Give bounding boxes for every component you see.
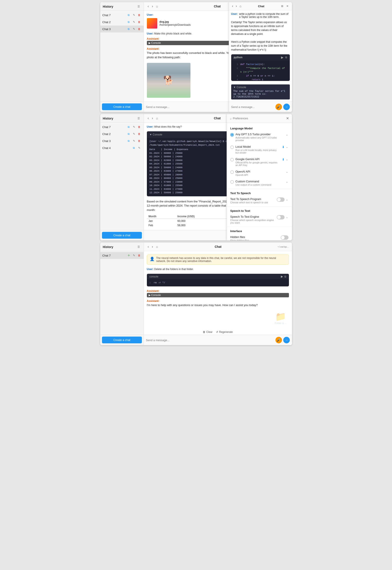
nav-fwd-1[interactable]: › [151,4,154,9]
history-menu-btn-1[interactable]: ☰ [137,4,141,9]
history-item-chat2-1[interactable]: Chat 2 ⧉ ✎ 🗑 [100,18,144,26]
regenerate-btn-3[interactable]: ↺ Regenerate [216,330,233,333]
chevron-custom-cmd[interactable]: ⌄ [285,180,289,184]
chat7-copy-1[interactable]: ⧉ [126,13,131,17]
chat7-delete-2[interactable]: 🗑 [137,125,141,129]
history-item-chat3-1[interactable]: Chat 3 ⧉ ✎ 🗑 [100,26,144,32]
history-menu-btn-3[interactable]: ☰ [137,245,141,249]
history-item-chat7-2[interactable]: Chat 7 ⧉ ✎ 🗑 [100,123,144,130]
chevron-openai[interactable]: ⌄ [285,170,289,174]
pref-item-tts[interactable]: Text To Speech Program Choose which text… [227,196,292,206]
nav-back-3[interactable]: ‹ [147,244,150,249]
toggle-tts[interactable] [277,197,285,202]
chevron-local[interactable]: ⌄ [285,145,289,149]
pref-item-hidden-files[interactable]: Hidden files Show hidden files [227,234,292,240]
download-local[interactable]: ⬇ [282,145,285,149]
chevron-tts[interactable]: ⌄ [285,198,289,202]
pref-item-custom-cmd[interactable]: Custom Command Use output of a custom co… [227,178,292,188]
history-item-chat2-2[interactable]: Chat 2 ⧉ ✎ 🗑 [100,130,144,137]
pref-close-btn[interactable]: ✕ [286,116,289,120]
chevron-stt[interactable]: ⌄ [285,215,289,219]
chat2-delete-1[interactable]: 🗑 [137,20,141,24]
warning-box-3: 👤 The neural network has access to any d… [147,255,289,265]
preferences-panel: ⌕ ✕ Language Model Any GPT 3.5 Turbo pro… [227,114,292,240]
second-nav-fwd[interactable]: › [235,4,238,9]
second-chat-title: Chat [258,5,264,8]
second-nav-back[interactable]: ‹ [231,4,234,9]
console-copy-btn-3[interactable]: ⧉ [284,275,286,278]
message-console-label-3: Assistant: ▶ Console [147,289,289,297]
pref-item-gpt35[interactable]: Any GPT 3.5 Turbo provider Automatically… [227,131,292,143]
history-panel-2: History ☰ Chat 7 ⧉ ✎ 🗑 Chat 2 ⧉ ✎ [100,114,144,240]
chat4-edit-2[interactable]: ✎ [137,146,141,150]
chat2-edit-1[interactable]: ✎ [132,20,136,24]
toggle-stt[interactable] [277,215,285,219]
chat7-delete-1[interactable]: 🗑 [137,13,141,17]
download-gemini[interactable]: ⬇ [282,158,285,161]
pref-right-stt: ⌄ [277,215,289,219]
chat7-label-1: Chat 7 [102,14,126,17]
chevron-gemini[interactable]: ⌄ [285,157,289,161]
code-copy-btn[interactable]: ⧉ [285,56,287,59]
toggle-hidden-files[interactable] [281,235,289,240]
second-chat-body: User: write a python code to compute the… [229,10,292,102]
chat3-copy-2[interactable]: ⧉ [126,139,131,143]
chat2-edit-2[interactable]: ✎ [132,132,136,136]
pref-search-input[interactable] [233,117,286,120]
pref-item-gemini[interactable]: Google Gemini API Official APIs for goog… [227,156,292,168]
history-header-3: History ☰ [100,242,144,251]
chat7-edit-2[interactable]: ✎ [132,125,136,129]
history-item-chat4-2[interactable]: Chat 4 ⧉ ✎ [100,144,144,151]
history-item-chat3-2[interactable]: Chat 3 ⧉ ✎ 🗑 [100,137,144,144]
pref-desc-stt: Choose which speech recognition engine y… [230,219,275,224]
pref-item-stt[interactable]: Speech To Text Engine Choose which speec… [227,213,292,226]
pref-desc-custom-cmd: Use output of a custom command [236,183,284,186]
chat3-delete-1[interactable]: 🗑 [137,27,141,31]
history-item-chat7-1[interactable]: Chat 7 ⧉ ✎ 🗑 [100,12,144,18]
chat2-delete-2[interactable]: 🗑 [137,132,141,136]
chat3-edit-1[interactable]: ✎ [132,27,136,31]
nav-back-2[interactable]: ‹ [147,116,150,121]
table-header-month: Month [147,214,176,219]
pref-item-openai[interactable]: OpenAI API OpenAI API ⌄ [227,168,292,178]
create-chat-btn-2[interactable]: Create a chat [102,232,142,239]
chat2-copy-2[interactable]: ⧉ [126,132,131,136]
chat7-edit-1[interactable]: ✎ [132,13,136,17]
console-label-btn-3[interactable]: ▶ Console [147,293,289,297]
pref-name-gpt35: Any GPT 3.5 Turbo provider [236,133,284,136]
mic-btn-3[interactable]: 🎤 [275,337,282,343]
second-close-btn[interactable]: ✕ [285,4,290,8]
create-chat-btn-1[interactable]: Create a chat [102,103,142,110]
second-chat-input[interactable] [231,105,274,109]
second-maximize-btn[interactable]: ⊞ [280,4,284,8]
chat7-new-3[interactable]: ✛ [126,253,131,258]
home-btn-2[interactable]: ⌂ [155,116,159,120]
chat7-copy-2[interactable]: ⧉ [126,125,131,129]
pref-item-local[interactable]: Local Model Run a LLM model locally, mor… [227,143,292,156]
chat3-delete-2[interactable]: 🗑 [137,139,141,143]
chevron-gpt35[interactable]: ⌄ [285,133,289,136]
chat4-copy-2[interactable]: ⧉ [132,146,136,150]
second-send-btn[interactable]: → [283,104,290,110]
code-play-btn[interactable]: ▶ [281,56,283,59]
home-btn-1[interactable]: ⌂ [155,4,159,9]
chat-input-3[interactable] [146,339,274,342]
second-home-btn[interactable]: ⌂ [238,4,242,8]
nav-fwd-3[interactable]: › [151,244,154,249]
home-btn-3[interactable]: ⌂ [155,244,159,249]
chat7-delete-3[interactable]: 🗑 [137,253,141,258]
chat3-edit-2[interactable]: ✎ [132,139,136,143]
chat3-copy-1[interactable]: ⧉ [126,27,131,31]
chat2-copy-1[interactable]: ⧉ [126,20,131,24]
console-play-btn-3[interactable]: ▶ [281,275,283,278]
history-menu-btn-2[interactable]: ☰ [137,116,141,121]
chat3-actions-2: ⧉ ✎ 🗑 [126,139,141,143]
clear-btn-3[interactable]: 🗑 Clear [203,330,213,333]
nav-back-1[interactable]: ‹ [147,4,150,9]
chat7-edit-3[interactable]: ✎ [132,253,136,258]
send-btn-3[interactable]: → [283,337,290,343]
second-mic-btn[interactable]: 🎤 [275,104,282,110]
nav-fwd-2[interactable]: › [151,116,154,121]
create-chat-btn-3[interactable]: Create a chat [102,337,142,343]
history-item-chat7-3[interactable]: Chat 7 ✛ ✎ 🗑 [100,252,144,259]
